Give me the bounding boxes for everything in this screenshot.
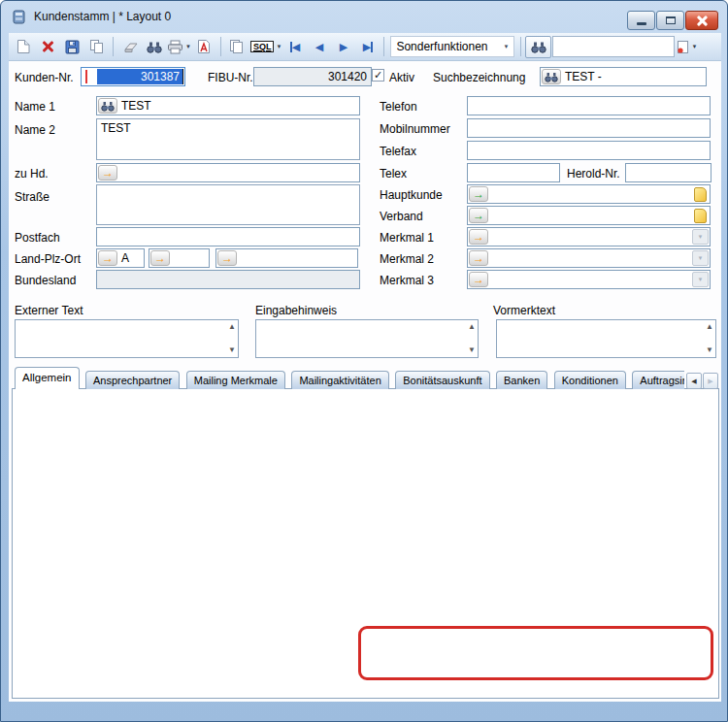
quick-search-input[interactable]: [552, 36, 675, 57]
lookup-arrow-button[interactable]: →: [217, 250, 237, 266]
tab-konditionen[interactable]: Konditionen: [554, 371, 626, 389]
land-field[interactable]: → A: [96, 248, 145, 268]
arrow-icon: →: [102, 252, 114, 264]
merkmal1-field[interactable]: → ▼: [467, 227, 711, 246]
suchbezeichnung-label: Suchbezeichnung: [433, 71, 525, 84]
tab-banken[interactable]: Banken: [496, 371, 547, 389]
fibu-nr-label: FIBU-Nr.: [208, 71, 253, 84]
mobilnummer-field[interactable]: [467, 118, 711, 138]
copy-icon: [89, 39, 105, 54]
find-button[interactable]: [143, 35, 165, 58]
chevron-down-icon: ▼: [185, 44, 191, 49]
suchbezeichnung-field[interactable]: TEST -: [540, 67, 707, 86]
copy-button[interactable]: [85, 35, 108, 58]
scroll-down-button[interactable]: ▼: [468, 346, 476, 354]
toolbar-separator: [383, 37, 384, 56]
scroll-up-button[interactable]: ▲: [468, 323, 476, 331]
dropdown-button[interactable]: ▼: [692, 250, 709, 266]
strasse-textarea[interactable]: [96, 184, 360, 225]
quick-find-button[interactable]: [525, 36, 551, 58]
sql-button[interactable]: SQL▼: [250, 35, 281, 58]
telex-field[interactable]: [467, 163, 560, 182]
tab-bonitaetsauskunft[interactable]: Bonitätsauskunft: [395, 371, 489, 389]
fibu-nr-field: 301420: [253, 67, 372, 86]
merkmal2-field[interactable]: → ▼: [467, 248, 711, 268]
ort-field[interactable]: →: [215, 248, 358, 268]
print-button[interactable]: ▼: [167, 35, 191, 58]
goto-arrow-button[interactable]: →: [469, 186, 488, 202]
herold-nr-field[interactable]: [625, 163, 711, 182]
favorites-button[interactable]: ▼: [676, 35, 698, 58]
notes-icon[interactable]: [694, 209, 707, 223]
arrow-left-icon: ◀: [292, 41, 300, 53]
minimize-icon: [637, 22, 646, 25]
search-first-button[interactable]: [542, 69, 561, 84]
name2-textarea[interactable]: TEST: [96, 118, 360, 160]
nav-last-button[interactable]: ▶: [356, 35, 379, 58]
audit-button[interactable]: [193, 35, 215, 58]
eingabehinweis-area[interactable]: ▲ ▼: [255, 319, 479, 358]
telefax-label: Telefax: [380, 145, 416, 158]
telex-label: Telex: [380, 167, 407, 180]
copy-pages-button[interactable]: [226, 35, 248, 58]
close-button[interactable]: [685, 11, 718, 30]
maximize-icon: [666, 16, 676, 24]
tab-allgemein[interactable]: Allgemein: [15, 367, 80, 389]
aktiv-checkbox[interactable]: ✓: [372, 69, 384, 82]
aktiv-label: Aktiv: [389, 71, 414, 84]
merkmal3-field[interactable]: → ▼: [467, 270, 711, 289]
erase-button[interactable]: [118, 35, 141, 58]
sonderfunktionen-combobox[interactable]: Sonderfunktionen ▼: [390, 36, 514, 57]
tab-scroll-left-button[interactable]: ◀: [686, 373, 702, 389]
name1-field[interactable]: TEST: [96, 96, 360, 115]
lookup-arrow-button[interactable]: →: [150, 250, 170, 266]
delete-icon: [42, 40, 54, 53]
lookup-arrow-button[interactable]: →: [469, 229, 488, 245]
telefax-field[interactable]: [467, 141, 711, 160]
verband-field[interactable]: →: [467, 206, 711, 225]
tab-ansprechpartner[interactable]: Ansprechpartner: [85, 371, 180, 389]
goto-arrow-button[interactable]: →: [469, 208, 488, 223]
tab-auftragsinfo[interactable]: Auftragsinfo: [632, 371, 684, 389]
nav-next-button[interactable]: ▶: [332, 35, 354, 58]
kunden-nr-label: Kunden-Nr.: [15, 71, 74, 84]
toolbar-separator: [520, 37, 521, 56]
plz-field[interactable]: →: [149, 248, 210, 268]
new-button[interactable]: [13, 35, 35, 58]
delete-button[interactable]: [37, 35, 59, 58]
close-icon: [696, 15, 709, 27]
scroll-up-button[interactable]: ▲: [228, 323, 236, 331]
telefon-field[interactable]: [467, 96, 711, 115]
lookup-arrow-button[interactable]: →: [98, 250, 117, 266]
chevron-down-icon: ▼: [691, 44, 697, 49]
zu-hd-field[interactable]: →: [96, 163, 360, 182]
externer-text-area[interactable]: ▲ ▼: [15, 319, 239, 358]
notes-icon[interactable]: [694, 187, 707, 202]
hauptkunde-field[interactable]: →: [467, 184, 711, 204]
tab-mailing-merkmale[interactable]: Mailing Merkmale: [186, 371, 285, 389]
dropdown-button[interactable]: ▼: [692, 229, 709, 245]
arrow-right-icon: ▶: [340, 41, 347, 53]
chevron-down-icon: ▼: [698, 234, 704, 240]
tab-scroll-right-button[interactable]: ▶: [703, 373, 718, 389]
scroll-up-button[interactable]: ▲: [706, 323, 713, 331]
nav-first-button[interactable]: ◀: [283, 35, 306, 58]
save-button[interactable]: [61, 35, 83, 58]
lookup-arrow-button[interactable]: →: [98, 165, 117, 180]
postfach-field[interactable]: [96, 227, 360, 246]
titlebar[interactable]: Kundenstamm | * Layout 0: [1, 1, 727, 32]
lookup-arrow-button[interactable]: →: [469, 272, 488, 287]
lookup-arrow-button[interactable]: →: [469, 250, 488, 266]
dropdown-button[interactable]: ▼: [692, 272, 709, 287]
kunden-nr-field[interactable]: 301387: [81, 67, 185, 86]
minimize-button[interactable]: [627, 11, 655, 30]
vormerktext-area[interactable]: ▲ ▼: [496, 319, 716, 358]
search-first-button[interactable]: [98, 98, 117, 114]
arrow-icon: →: [473, 188, 484, 200]
new-document-icon: [17, 39, 31, 54]
scroll-down-button[interactable]: ▼: [706, 346, 713, 354]
tab-mailingaktivitaeten[interactable]: Mailingaktivitäten: [291, 371, 388, 389]
maximize-button[interactable]: [656, 11, 684, 30]
nav-prev-button[interactable]: ◀: [308, 35, 330, 58]
scroll-down-button[interactable]: ▼: [228, 346, 236, 354]
